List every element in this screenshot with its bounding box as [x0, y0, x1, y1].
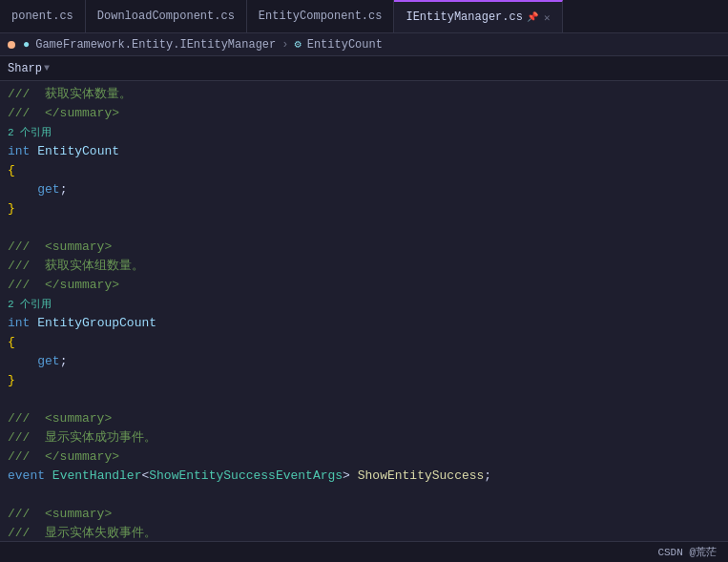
breadcrumb-member[interactable]: EntityCount [307, 38, 383, 52]
font-selector-wrapper[interactable]: Sharp ▼ [8, 62, 50, 75]
table-row: get; [8, 352, 720, 371]
table-row: /// <summary> [8, 505, 720, 524]
table-row: int EntityCount [8, 142, 720, 161]
code-content: /// 获取实体数量。/// </summary>2 个引用int Entity… [0, 81, 728, 541]
tab-ientity-label: IEntityManager.cs [406, 10, 522, 24]
tab-download-label: DownloadComponent.cs [97, 10, 235, 23]
table-row: /// 显示实体成功事件。 [8, 428, 720, 448]
tab-entity[interactable]: EntityComponent.cs [247, 0, 395, 32]
table-row: /// <summary> [8, 238, 720, 257]
table-row: 2 个引用 [8, 295, 720, 314]
code-area: /// 获取实体数量。/// </summary>2 个引用int Entity… [0, 81, 728, 541]
breadcrumb: ● GameFramework.Entity.IEntityManager › … [0, 33, 728, 56]
table-row: /// 显示实体失败事件。 [8, 524, 720, 541]
breadcrumb-member-icon: ⚙ [294, 37, 301, 52]
table-row: { [8, 333, 720, 352]
dropdown-arrow-icon: ▼ [44, 63, 50, 73]
table-row: int EntityGroupCount [8, 314, 720, 333]
close-icon[interactable]: ✕ [544, 11, 551, 24]
table-row: } [8, 371, 720, 390]
tab-download[interactable]: DownloadComponent.cs [86, 0, 247, 32]
table-row [8, 219, 720, 238]
table-row [8, 390, 720, 409]
table-row: { [8, 161, 720, 180]
tab-ientity[interactable]: IEntityManager.cs 📌 ✕ [394, 0, 562, 32]
breadcrumb-dot-icon [8, 41, 15, 49]
table-row: } [8, 199, 720, 219]
breadcrumb-namespace[interactable]: GameFramework.Entity.IEntityManager [35, 38, 276, 52]
table-row: get; [8, 180, 720, 199]
tab-entity-label: EntityComponent.cs [259, 10, 383, 23]
font-selector-value: Sharp [8, 62, 42, 75]
table-row: /// 获取实体组数量。 [8, 257, 720, 276]
table-row: event EventHandler<ShowEntitySuccessEven… [8, 467, 720, 486]
table-row: /// </summary> [8, 448, 720, 467]
table-row: 2 个引用 [8, 123, 720, 142]
status-bar: CSDN @荒茫 [0, 541, 728, 562]
tab-component-label: ponent.cs [11, 10, 73, 23]
table-row [8, 486, 720, 505]
status-text: CSDN @荒茫 [657, 545, 717, 559]
table-row: /// 获取实体数量。 [8, 85, 720, 104]
table-row: /// </summary> [8, 276, 720, 295]
table-row: /// </summary> [8, 104, 720, 123]
tab-component[interactable]: ponent.cs [0, 0, 86, 32]
code-lines[interactable]: /// 获取实体数量。/// </summary>2 个引用int Entity… [0, 81, 728, 541]
tab-bar: ponent.cs DownloadComponent.cs EntityCom… [0, 0, 728, 33]
breadcrumb-namespace-icon: ● [23, 38, 30, 52]
pin-icon: 📌 [527, 11, 538, 23]
breadcrumb-separator: › [281, 38, 288, 52]
table-row: /// <summary> [8, 409, 720, 428]
font-bar: Sharp ▼ [0, 56, 728, 81]
